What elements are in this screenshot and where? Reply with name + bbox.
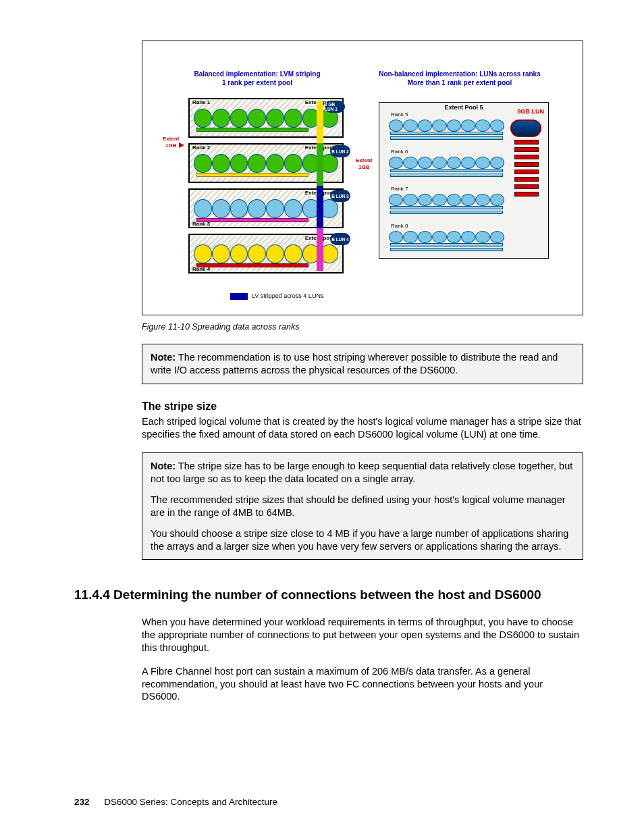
footer-title: DS6000 Series: Concepts and Architecture	[104, 797, 277, 807]
rank7-label: Rank 7	[391, 186, 408, 192]
extent-size-r: 1GB	[358, 164, 369, 170]
note1-text: The recommendation is to use host stripi…	[151, 352, 558, 375]
page-footer: 232 DS6000 Series: Concepts and Architec…	[74, 797, 277, 807]
rank1-label: Rank 1	[192, 99, 210, 105]
lun-badge-1: 2 GB LUN 1	[325, 101, 345, 113]
section-heading: 11.4.4 Determining the number of connect…	[74, 587, 583, 604]
lv-swatch-icon	[230, 293, 248, 300]
big-lun-icon	[510, 120, 541, 137]
note2-p3: You should choose a stripe size close to…	[151, 527, 574, 553]
extent-word-r: Extent	[356, 157, 372, 163]
note-label: Note:	[151, 352, 176, 363]
section-p2: A Fibre Channel host port can sustain a …	[142, 665, 583, 704]
stripe-size-heading: The stripe size	[142, 400, 583, 413]
extent-label-left: Extent 1GB	[163, 136, 179, 149]
rank6: Rank 6	[387, 150, 506, 181]
rank6-label: Rank 6	[391, 149, 408, 155]
note-box-1: Note: The recommendation is to use host …	[142, 344, 583, 384]
rank5: Rank 5	[387, 113, 506, 144]
rank3-label: Rank 3	[192, 221, 210, 227]
figure-box: Balanced implementation: LVM striping 1 …	[142, 41, 583, 315]
vstrip	[317, 101, 323, 271]
page: Balanced implementation: LVM striping 1 …	[0, 0, 644, 834]
page-number: 232	[74, 797, 90, 807]
lun-badge-2: B LUN 2	[330, 145, 350, 157]
extent-size: 1GB	[165, 142, 176, 149]
big-lun-label: 8GB LUN	[517, 108, 544, 115]
fig-left-line1: Balanced implementation: LVM striping	[194, 70, 320, 78]
figure-header-right: Non-balanced implementation: LUNs across…	[365, 70, 554, 87]
lun-badge-3: B LUN 3	[330, 190, 350, 202]
note-box-2: Note: The stripe size has to be large en…	[142, 452, 583, 560]
rank8: Rank 8	[387, 224, 506, 255]
extent-label-right: Extent 1GB	[356, 157, 372, 171]
rank2-label: Rank 2	[192, 145, 210, 151]
rank7: Rank 7	[387, 187, 506, 218]
lv-caption: LV stripped across 4 LUNs	[230, 292, 323, 300]
fig-left-line2: 1 rank per extent pool	[222, 79, 292, 86]
extent-word: Extent	[163, 136, 179, 142]
figure-caption: Figure 11-10 Spreading data across ranks	[142, 322, 583, 332]
arrow-icon	[179, 142, 184, 148]
note2-p1: The stripe size has to be large enough t…	[151, 461, 572, 484]
section-p1: When you have determined your workload r…	[142, 616, 583, 654]
right-panel: Extent Pool 5 8GB LUN Rank 5 Rank 6 Rank…	[379, 102, 549, 259]
red-stack	[514, 140, 539, 199]
note2-p2: The recommended stripe sizes that should…	[151, 494, 574, 519]
stripe-size-body: Each striped logical volume that is crea…	[142, 415, 583, 441]
rank4-label: Rank 4	[192, 266, 210, 272]
rank8-label: Rank 8	[391, 223, 408, 229]
fig-right-line1: Non-balanced implementation: LUNs across…	[379, 70, 541, 78]
note-label-2: Note:	[151, 461, 176, 471]
fig-right-line2: More than 1 rank per extent pool	[408, 79, 512, 86]
rank5-label: Rank 5	[391, 111, 408, 118]
lun-badge-4: B LUN 4	[330, 233, 350, 245]
lv-caption-text: LV stripped across 4 LUNs	[252, 292, 323, 299]
figure-header-left: Balanced implementation: LVM striping 1 …	[183, 70, 331, 87]
